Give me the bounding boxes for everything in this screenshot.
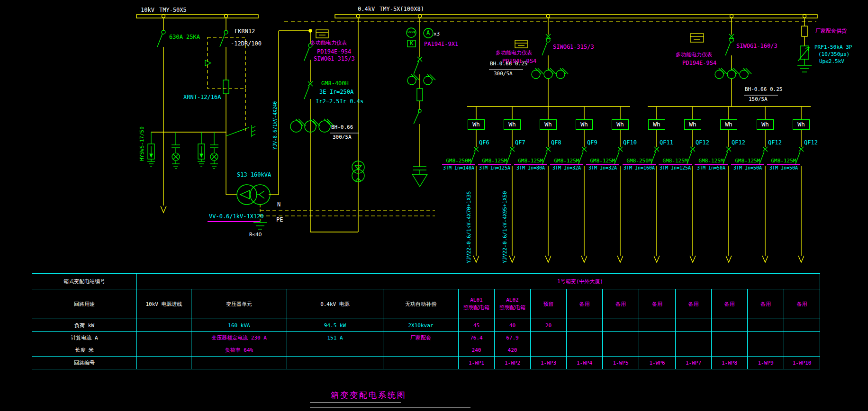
main-ct-model: BH-0.66 (331, 125, 353, 130)
group2-switch-icon (715, 34, 751, 79)
table-cell (531, 332, 567, 344)
column-header: 无功自动补偿 (383, 289, 459, 319)
table-cell (748, 332, 784, 344)
main-breaker-model: GM8-400H (321, 80, 349, 87)
row-label: 计算电流 A (32, 332, 137, 344)
column-header: 变压器单元 (191, 289, 287, 319)
column-header: 回路用途 (32, 289, 137, 319)
table-cell: 厂家配套 (383, 332, 459, 344)
main-switch-model: SIWOG1-315/3 (314, 56, 355, 62)
table-cell (137, 344, 191, 357)
table-cell (784, 332, 820, 344)
column-header: AL02 照明配电箱 (495, 289, 531, 319)
group2-switch-model: SIWOG1-160/3 (736, 43, 778, 49)
column-header: 备用 (712, 289, 748, 319)
table-cell: 151 A (287, 332, 383, 344)
feeder-breaker-label: GM8-125M3TM In=125A (659, 158, 692, 170)
table-cell: 1-WP3 (531, 357, 567, 369)
row-label: 长度 米 (32, 344, 137, 357)
row-label: 回路编号 (32, 357, 137, 369)
feeder-breaker-label: GM8-125M3TM In=50A (695, 158, 728, 170)
table-row-length: 长度 米 负荷率 64% 240 420 (32, 344, 820, 357)
table-row-circuit-no: 回路编号 1-WP1 1-WP2 1-WP3 1-WP4 1-WP5 1-WP6… (32, 357, 820, 369)
contactor-label: K (407, 40, 416, 47)
feeder-breaker-label: GM8-125M3TM In=80A (514, 158, 547, 170)
hv-isolator-icon (157, 30, 165, 47)
feeder-breaker-label: GM8-125M3TM In=50A (767, 158, 800, 170)
arrester-group-icon (147, 132, 218, 169)
group1-switch-model: SIWOG1-315/3 (553, 44, 594, 50)
feeder-qf-label: QF8 (551, 139, 561, 146)
cos-meter-label: cosφ (407, 30, 416, 34)
feeder-cable-label: YJV22-0.6/1kV-4X95+1X50 (502, 191, 508, 263)
feeder-breaker-label: GM8-125M3TM In=125A (478, 158, 511, 170)
column-header: 备用 (639, 289, 676, 319)
spd-up: Up≤2.5kV (819, 59, 844, 64)
table-cell: 1-WP2 (495, 357, 531, 369)
table-cell: 240 (459, 344, 495, 357)
table-cell (567, 344, 603, 357)
spd-waveform: (10/350μs) (818, 52, 850, 57)
hv-isolator-rating: 630A 25KA (169, 34, 200, 40)
table-header-row: 回路用途 10kV 电源进线 变压器单元 0.4kV 电源 无功自动补偿 AL0… (32, 289, 820, 319)
table-cell (784, 344, 820, 357)
drawing-title: 箱变变配电系统图 (331, 390, 407, 401)
ammeter-qty: x3 (434, 31, 440, 37)
spd-model: PRF1-50kA 3P (814, 45, 852, 50)
table-cell (137, 319, 191, 332)
station-id-value: 1号箱变(中外大厦) (137, 274, 820, 289)
arrester-model: HYSWS-17/50 (139, 126, 145, 161)
hv-fuse-switch-icon (220, 30, 229, 94)
group2-ct-ratio: 150/5A (749, 97, 768, 102)
table-cell (603, 332, 639, 344)
table-cell (287, 344, 383, 357)
neutral-cable-label: VV-0.6/1kV-1X120 (209, 214, 264, 220)
column-header: 10kV 电源进线 (137, 289, 191, 319)
table-cell (567, 332, 603, 344)
table-cell: 1-WP10 (784, 357, 820, 369)
table-cell (137, 332, 191, 344)
feeder-qf-label: QF7 (515, 139, 525, 146)
lv-busbar-label: TMY-5X(100X8) (380, 6, 424, 12)
hv-busbar (136, 15, 258, 18)
table-cell: 67.9 (495, 332, 531, 344)
table-row-load: 负荷 kW 160 kVA 94.5 kW 2X10kvar 45 40 20 (32, 319, 820, 332)
table-cell (748, 319, 784, 332)
table-cell (567, 319, 603, 332)
table-cell: 1-WP8 (712, 357, 748, 369)
comp-meter-model: PA194I-9X1 (424, 41, 458, 47)
group2-ct-model: BH-0.66 0.25 (745, 87, 782, 92)
transformer-model: S13-160kVA (237, 172, 271, 178)
single-line-diagram: 10kV TMY-50X5 630A 25KA FKRN12 -12DR/100… (0, 0, 868, 411)
kwh-meter-symbols (316, 30, 704, 48)
table-cell: 40 (495, 319, 531, 332)
table-cell: 1-WP9 (748, 357, 784, 369)
group2-meter-model: PD194E-9S4 (682, 60, 716, 66)
table-cell: 160 kVA (191, 319, 287, 332)
table-cell (676, 332, 712, 344)
title-underline (310, 402, 470, 407)
table-cell (712, 319, 748, 332)
lv-busbar (284, 15, 817, 22)
column-header: 0.4kV 电源 (287, 289, 383, 319)
pe-label: PE (276, 217, 283, 223)
main-meter-type: 多功能电力仪表 (310, 40, 347, 46)
hv-fuse-model: XRNT-12/16A (183, 94, 221, 100)
column-header: 备用 (784, 289, 820, 319)
table-cell (639, 319, 676, 332)
table-cell: 20 (531, 319, 567, 332)
group1-meter-type: 多功能电力仪表 (496, 50, 532, 56)
table-cell: 76.4 (459, 332, 495, 344)
interlock-dashed-box (208, 37, 245, 131)
wh-meter: Wh (576, 119, 593, 130)
spd-icon (797, 46, 812, 72)
column-header: 备用 (748, 289, 784, 319)
wh-meter: Wh (612, 119, 629, 130)
feeder-qf-label: QF10 (623, 139, 637, 146)
table-row-current: 计算电流 A 变压器额定电流 230 A 151 A 厂家配套 76.4 67.… (32, 332, 820, 344)
feeder-breaker-label: GM8-125M3TM In=32A (586, 158, 619, 170)
n-label: N (277, 202, 280, 208)
table-cell (191, 357, 287, 369)
column-header: 备用 (567, 289, 603, 319)
lv-cable-label: YJV-8.6/1kV-4X240 (272, 101, 278, 150)
